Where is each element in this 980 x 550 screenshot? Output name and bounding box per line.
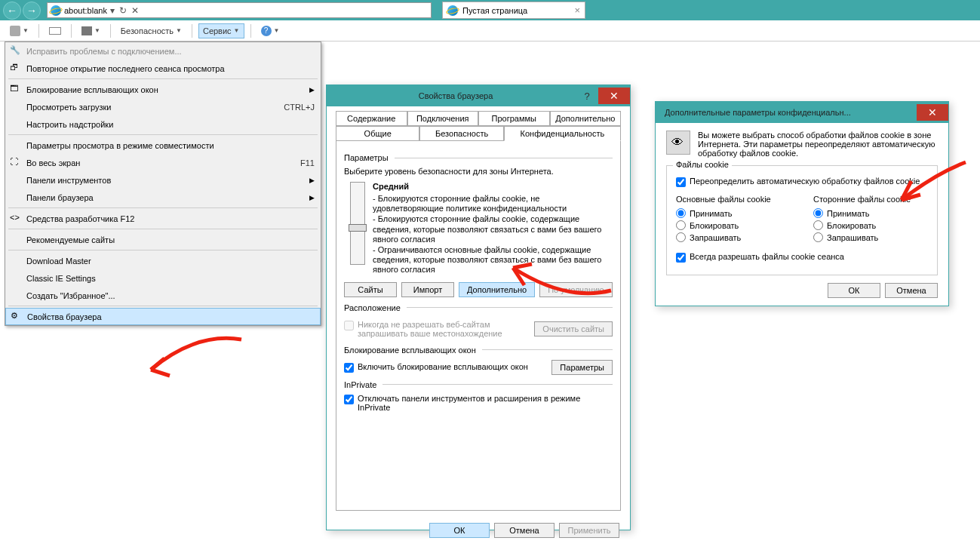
third-party-label: Сторонние файлы cookie bbox=[813, 195, 928, 204]
tab-content[interactable]: Содержание bbox=[336, 111, 407, 126]
tab-panel-privacy: Параметры Выберите уровень безопасности … bbox=[336, 141, 621, 511]
default-button: По умолчанию bbox=[539, 282, 612, 297]
level-name: Средний bbox=[373, 182, 613, 191]
tab-advanced[interactable]: Дополнительно bbox=[550, 111, 622, 126]
reopen-icon: 🗗 bbox=[10, 63, 22, 75]
first-party-prompt-radio[interactable] bbox=[676, 232, 686, 242]
first-party-label: Основные файлы cookie bbox=[676, 195, 791, 204]
tab-security[interactable]: Безопасность bbox=[419, 126, 503, 141]
info-text: Вы можете выбрать способ обработки файло… bbox=[698, 131, 938, 158]
tab-title: Пустая страница bbox=[462, 6, 527, 15]
first-party-block-radio[interactable] bbox=[676, 220, 686, 230]
close-icon[interactable]: × bbox=[574, 5, 580, 16]
menu-fix-connection[interactable]: 🔧Исправить проблемы с подключением... bbox=[5, 42, 321, 60]
read-mail[interactable] bbox=[45, 25, 65, 37]
menu-fullscreen[interactable]: ⛶Во весь экранF11 bbox=[5, 154, 321, 171]
service-dropdown-menu: 🔧Исправить проблемы с подключением... 🗗П… bbox=[5, 41, 321, 326]
import-button[interactable]: Импорт bbox=[401, 282, 454, 297]
menu-popup-blocker[interactable]: 🗔Блокирование всплывающих окон▶ bbox=[5, 81, 321, 98]
home-dropdown[interactable]: ▼ bbox=[6, 23, 32, 38]
browser-properties-dialog: Свойства браузера ? ✕ Содержание Подключ… bbox=[326, 84, 631, 530]
tab-programs[interactable]: Программы bbox=[478, 111, 550, 126]
help-menu[interactable]: ?▼ bbox=[257, 23, 284, 38]
ok-button[interactable]: ОК bbox=[828, 283, 880, 298]
params-label: Параметры bbox=[344, 153, 389, 162]
never-allow-location-checkbox bbox=[344, 321, 354, 330]
diagnose-icon: 🔧 bbox=[10, 45, 22, 57]
print-dropdown[interactable]: ▼ bbox=[78, 24, 104, 38]
level-desc-3: - Ограничиваются основные файлы cookie, … bbox=[373, 245, 613, 275]
menu-browser-panels[interactable]: Панели браузера▶ bbox=[5, 189, 321, 206]
fullscreen-icon: ⛶ bbox=[10, 157, 22, 169]
advanced-privacy-dialog: Дополнительные параметры конфиденциальн.… bbox=[655, 101, 949, 306]
session-cookies-checkbox[interactable] bbox=[676, 253, 686, 263]
menu-downloads[interactable]: Просмотреть загрузкиCTRL+J bbox=[5, 98, 321, 115]
enable-popup-block-checkbox[interactable] bbox=[344, 363, 354, 373]
group-label: Файлы cookie bbox=[673, 160, 732, 169]
address-bar[interactable]: about:blank ▾ ↻ ✕ bbox=[47, 2, 432, 18]
advanced-button[interactable]: Дополнительно bbox=[459, 282, 535, 297]
menu-download-master[interactable]: Download Master bbox=[5, 252, 321, 269]
menu-classic-ie[interactable]: Classic IE Settings bbox=[5, 269, 321, 287]
location-label: Расположение bbox=[344, 303, 401, 312]
privacy-slider[interactable] bbox=[350, 182, 365, 265]
devtools-icon: <> bbox=[10, 213, 22, 225]
service-menu[interactable]: Сервис▼ bbox=[198, 23, 244, 38]
tab-connections[interactable]: Подключения bbox=[407, 111, 479, 126]
apply-button: Применить bbox=[559, 523, 619, 538]
menu-tool-panels[interactable]: Панели инструментов▶ bbox=[5, 171, 321, 189]
slider-thumb[interactable] bbox=[349, 224, 367, 232]
annotation-arrow-1 bbox=[136, 332, 249, 394]
third-party-accept-radio[interactable] bbox=[813, 208, 823, 218]
stop-icon[interactable]: ✕ bbox=[131, 5, 139, 16]
disable-toolbars-inprivate-checkbox[interactable] bbox=[344, 395, 354, 404]
print-icon bbox=[81, 26, 92, 35]
menu-recommended[interactable]: Рекомендуемые сайты bbox=[5, 231, 321, 248]
menu-create-favorites[interactable]: Создать "Избранное"... bbox=[5, 287, 321, 304]
dialog-titlebar: Дополнительные параметры конфиденциальн.… bbox=[656, 102, 948, 123]
override-auto-checkbox[interactable] bbox=[676, 177, 686, 187]
url-text: about:blank bbox=[64, 6, 107, 15]
security-menu[interactable]: Безопасность▼ bbox=[117, 24, 186, 38]
sites-button[interactable]: Сайты bbox=[344, 282, 397, 297]
first-party-accept-radio[interactable] bbox=[676, 208, 686, 218]
properties-icon: ⚙ bbox=[11, 311, 23, 323]
cancel-button[interactable]: Отмена bbox=[885, 283, 938, 298]
menu-compat[interactable]: Параметры просмотра в режиме совместимос… bbox=[5, 137, 321, 154]
nav-bar: ← → about:blank ▾ ↻ ✕ Пустая страница × bbox=[0, 0, 980, 20]
mail-icon bbox=[49, 27, 61, 35]
cancel-button[interactable]: Отмена bbox=[494, 523, 555, 538]
clear-sites-button: Очистить сайты bbox=[534, 321, 613, 336]
help-icon: ? bbox=[261, 26, 272, 36]
tab-privacy[interactable]: Конфиденциальность bbox=[504, 126, 621, 141]
menu-devtools[interactable]: <>Средства разработчика F12 bbox=[5, 210, 321, 227]
close-button[interactable]: ✕ bbox=[598, 88, 630, 104]
menu-browser-properties[interactable]: ⚙Свойства браузера bbox=[5, 308, 321, 325]
menu-reopen-session[interactable]: 🗗Повторное открытие последнего сеанса пр… bbox=[5, 60, 321, 77]
menu-addons[interactable]: Настроить надстройки bbox=[5, 115, 321, 133]
forward-button[interactable]: → bbox=[23, 2, 41, 20]
third-party-prompt-radio[interactable] bbox=[813, 232, 823, 242]
rss-icon bbox=[10, 26, 20, 36]
help-button[interactable]: ? bbox=[576, 91, 598, 102]
toolbar: ▼ ▼ Безопасность▼ Сервис▼ ?▼ bbox=[0, 20, 980, 41]
close-button[interactable]: ✕ bbox=[917, 104, 948, 121]
browser-tab[interactable]: Пустая страница × bbox=[442, 2, 585, 19]
ok-button[interactable]: ОК bbox=[429, 523, 490, 538]
popup-params-button[interactable]: Параметры bbox=[551, 360, 613, 375]
dialog-title: Дополнительные параметры конфиденциальн.… bbox=[665, 108, 917, 117]
third-party-block-radio[interactable] bbox=[813, 220, 823, 230]
popup-section-label: Блокирование всплывающих окон bbox=[344, 346, 476, 355]
dialog-title: Свойства браузера bbox=[336, 91, 576, 100]
tab-general[interactable]: Общие bbox=[336, 126, 419, 141]
inprivate-label: InPrivate bbox=[344, 380, 376, 389]
dropdown-icon[interactable]: ▾ bbox=[110, 5, 115, 16]
address-icons: ▾ ↻ ✕ bbox=[110, 5, 139, 16]
back-button[interactable]: ← bbox=[3, 2, 21, 20]
select-level-text: Выберите уровень безопасности для зоны И… bbox=[344, 167, 613, 176]
ie-icon bbox=[447, 5, 458, 16]
ie-icon bbox=[51, 5, 61, 16]
cookies-group: Файлы cookie Переопределить автоматическ… bbox=[666, 165, 938, 275]
dialog-titlebar: Свойства браузера ? ✕ bbox=[327, 85, 630, 106]
refresh-icon[interactable]: ↻ bbox=[119, 5, 127, 16]
